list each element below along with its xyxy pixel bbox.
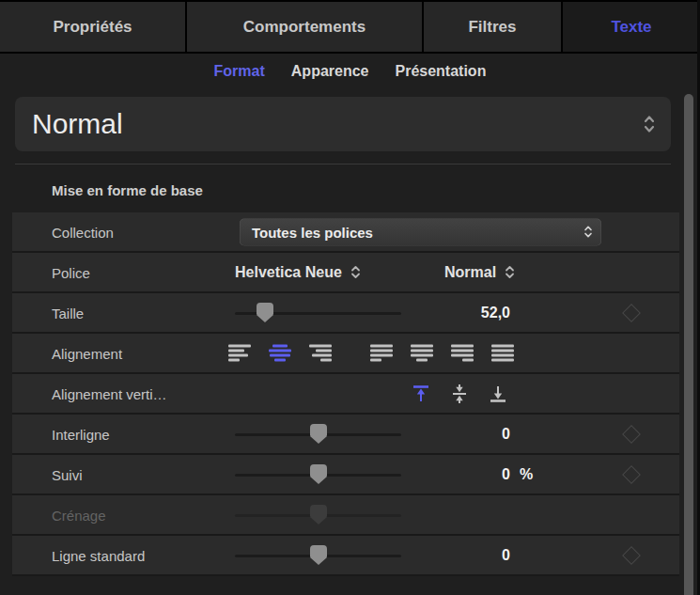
row-collection: Collection Toutes les polices: [12, 212, 679, 253]
align-left-icon[interactable]: [228, 344, 251, 362]
subtab-format[interactable]: Format: [214, 63, 265, 80]
subtab-presentation[interactable]: Présentation: [396, 63, 487, 80]
taille-value[interactable]: 52,0: [426, 305, 510, 321]
slider-thumb[interactable]: [310, 424, 327, 436]
divider: [15, 164, 671, 164]
chevron-up-down-icon: [505, 264, 515, 280]
suivi-slider[interactable]: [235, 464, 401, 485]
slider-thumb[interactable]: [310, 464, 327, 477]
chevron-up-down-icon: [350, 264, 361, 280]
align-right-icon[interactable]: [309, 344, 332, 362]
taille-label: Taille: [52, 305, 84, 321]
vertical-alignment-buttons: [410, 384, 509, 403]
ligne-standard-value[interactable]: 0: [426, 547, 510, 564]
text-style-popup[interactable]: Normal: [15, 97, 671, 151]
crenage-label: Crénage: [52, 507, 106, 523]
suivi-value[interactable]: 0: [426, 466, 510, 483]
font-family-value: Helvetica Neue: [235, 264, 342, 281]
vertical-scrollbar[interactable]: [684, 94, 693, 595]
chevron-up-down-icon: [583, 225, 593, 240]
slider-thumb[interactable]: [257, 303, 273, 315]
section-title: Mise en forme de base: [52, 182, 203, 198]
slider-thumb[interactable]: [310, 545, 327, 557]
slider-thumb: [310, 505, 327, 517]
alignement-vertical-label: Alignement verti…: [52, 385, 167, 401]
font-face-value: Normal: [444, 264, 496, 281]
text-subtab-bar: Format Apparence Présentation: [0, 54, 700, 89]
collection-label: Collection: [52, 224, 114, 240]
alignement-label: Alignement: [52, 345, 122, 361]
row-taille: Taille 52,0: [12, 293, 679, 334]
collection-popup[interactable]: Toutes les polices: [240, 218, 601, 245]
keyframe-diamond-icon[interactable]: [622, 304, 641, 322]
subtab-apparence[interactable]: Apparence: [291, 63, 369, 80]
interligne-label: Interligne: [52, 426, 110, 442]
ligne-standard-label: Ligne standard: [52, 547, 145, 563]
justify-all-icon[interactable]: [491, 344, 514, 362]
valign-bottom-icon[interactable]: [487, 384, 509, 403]
police-label: Police: [52, 264, 90, 280]
justify-last-left-icon[interactable]: [370, 344, 393, 362]
tab-proprietes[interactable]: Propriétés: [0, 2, 185, 52]
text-style-value: Normal: [32, 108, 123, 140]
tab-texte[interactable]: Texte: [563, 2, 700, 52]
row-police: Police Helvetica Neue Normal: [12, 253, 679, 293]
suivi-unit: %: [520, 466, 533, 483]
taille-slider[interactable]: [235, 303, 401, 323]
justify-last-right-icon[interactable]: [451, 344, 474, 362]
row-alignement: Alignement: [12, 334, 679, 374]
interligne-value[interactable]: 0: [426, 426, 510, 443]
justify-last-center-icon[interactable]: [411, 344, 433, 362]
tab-comportements[interactable]: Comportements: [187, 2, 422, 52]
chevron-up-down-icon: [643, 114, 656, 134]
keyframe-diamond-icon[interactable]: [622, 425, 641, 444]
interligne-slider[interactable]: [235, 424, 401, 445]
row-ligne-standard: Ligne standard 0: [12, 536, 679, 576]
tab-filtres[interactable]: Filtres: [424, 2, 561, 52]
inspector-tab-bar: Propriétés Comportements Filtres Texte: [0, 0, 700, 54]
keyframe-diamond-icon[interactable]: [622, 465, 641, 484]
row-alignement-vertical: Alignement verti…: [12, 374, 679, 415]
alignment-buttons: [228, 344, 332, 362]
crenage-slider: [235, 505, 401, 525]
justify-buttons: [370, 344, 514, 362]
valign-top-icon[interactable]: [410, 384, 432, 403]
font-face-popup[interactable]: Normal: [444, 264, 515, 281]
keyframe-diamond-icon[interactable]: [622, 546, 641, 565]
row-suivi: Suivi 0 %: [12, 455, 679, 495]
ligne-standard-slider[interactable]: [235, 545, 401, 566]
row-interligne: Interligne 0: [12, 415, 679, 455]
format-parameter-list: Collection Toutes les polices Police Hel…: [12, 212, 679, 576]
row-crenage: Crénage: [12, 495, 679, 536]
align-center-icon[interactable]: [269, 344, 291, 362]
suivi-label: Suivi: [52, 466, 83, 482]
valign-middle-icon[interactable]: [448, 384, 471, 403]
collection-value: Toutes les polices: [252, 224, 373, 240]
font-family-popup[interactable]: Helvetica Neue: [235, 264, 361, 281]
